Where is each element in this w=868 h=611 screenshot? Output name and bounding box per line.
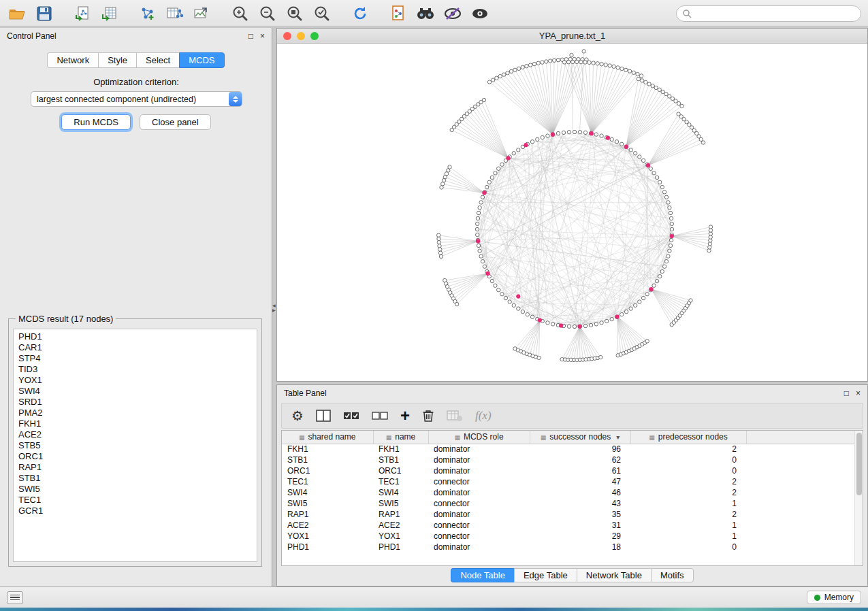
result-item[interactable]: RAP1 bbox=[18, 462, 257, 473]
float-panel-icon[interactable]: □ bbox=[248, 32, 253, 40]
zoom-selected-icon bbox=[313, 5, 331, 22]
fx-icon: f(x) bbox=[475, 409, 492, 423]
table-row[interactable]: RAP1RAP1dominator352 bbox=[282, 509, 863, 520]
table-header-row: ▦shared name▦name▦MCDS role▦successor no… bbox=[282, 431, 863, 444]
table-row[interactable]: TEC1TEC1connector472 bbox=[282, 476, 863, 487]
result-item[interactable]: CAR1 bbox=[18, 342, 257, 353]
add-column-button[interactable]: + bbox=[400, 407, 410, 425]
cell-MCDS-role: dominator bbox=[428, 542, 530, 552]
column-header-successor-nodes[interactable]: ▦successor nodes▾ bbox=[530, 431, 630, 444]
bottom-tab-network-table[interactable]: Network Table bbox=[577, 568, 651, 582]
run-mcds-button[interactable]: Run MCDS bbox=[61, 114, 131, 130]
network-graph[interactable] bbox=[277, 44, 867, 381]
result-item[interactable]: STP4 bbox=[18, 353, 257, 364]
scrollbar-thumb[interactable] bbox=[856, 433, 862, 495]
bottom-tab-node-table[interactable]: Node Table bbox=[451, 568, 514, 582]
table-row[interactable]: SWI4SWI4dominator462 bbox=[282, 487, 863, 498]
tab-network[interactable]: Network bbox=[47, 52, 98, 68]
result-item[interactable]: ORC1 bbox=[18, 451, 257, 462]
collapse-handle-icon[interactable]: ◀▶ bbox=[272, 303, 276, 313]
close-panel-icon[interactable]: × bbox=[260, 32, 265, 40]
zoom-fit-button[interactable] bbox=[285, 4, 305, 23]
table-row[interactable]: SWI5SWI5connector431 bbox=[282, 498, 863, 509]
import-network-button[interactable] bbox=[72, 4, 93, 23]
search-input[interactable] bbox=[695, 9, 855, 18]
close-panel-button[interactable]: Close panel bbox=[140, 114, 211, 130]
result-item[interactable]: PMA2 bbox=[18, 408, 257, 418]
new-network-button[interactable] bbox=[138, 4, 158, 23]
result-item[interactable]: TID3 bbox=[18, 364, 257, 375]
table-row[interactable]: FKH1FKH1dominator962 bbox=[282, 444, 863, 455]
result-item[interactable]: GCR1 bbox=[18, 506, 257, 516]
search-box[interactable] bbox=[676, 5, 861, 22]
memory-button[interactable]: Memory bbox=[807, 591, 861, 604]
optimization-criterion-label: Optimization criterion: bbox=[0, 77, 272, 87]
bottom-tab-edge-table[interactable]: Edge Table bbox=[514, 568, 577, 582]
network-titlebar[interactable]: YPA_prune.txt_1 bbox=[277, 29, 867, 44]
show-graphics-button[interactable] bbox=[470, 4, 490, 23]
save-button[interactable] bbox=[34, 4, 54, 23]
result-item[interactable]: TEC1 bbox=[18, 495, 257, 506]
column-label: shared name bbox=[308, 432, 355, 442]
criterion-select[interactable]: largest connected component (undirected) bbox=[31, 91, 242, 107]
cell-shared-name: STB1 bbox=[282, 455, 373, 465]
export-image-button[interactable] bbox=[192, 4, 212, 23]
bottom-tab-motifs[interactable]: Motifs bbox=[651, 568, 694, 582]
result-item[interactable]: SWI5 bbox=[18, 484, 257, 495]
tab-style[interactable]: Style bbox=[98, 52, 136, 68]
mcds-result-list[interactable]: PHD1CAR1STP4TID3YOX1SWI4SRD1PMA2FKH1ACE2… bbox=[13, 329, 257, 562]
import-table-button[interactable] bbox=[99, 4, 120, 23]
result-item[interactable]: ACE2 bbox=[18, 429, 257, 440]
zoom-in-button[interactable] bbox=[230, 4, 251, 23]
export-image-icon bbox=[193, 5, 211, 22]
table-row[interactable]: PHD1PHD1dominator180 bbox=[282, 542, 863, 552]
column-header-MCDS-role[interactable]: ▦MCDS role bbox=[428, 431, 530, 444]
cell-filler bbox=[746, 542, 863, 552]
filter-button[interactable] bbox=[443, 4, 463, 23]
zoom-selected-button[interactable] bbox=[312, 4, 332, 23]
result-item[interactable]: STB5 bbox=[18, 440, 257, 451]
unselect-all-button[interactable] bbox=[372, 407, 388, 425]
minimize-window-icon[interactable] bbox=[297, 32, 305, 40]
task-history-button[interactable] bbox=[7, 591, 23, 604]
cell-name: STB1 bbox=[373, 455, 428, 465]
zoom-out-button[interactable] bbox=[257, 4, 278, 23]
close-table-panel-icon[interactable]: × bbox=[856, 389, 861, 397]
select-all-button[interactable] bbox=[343, 407, 359, 425]
column-header-shared-name[interactable]: ▦shared name bbox=[282, 431, 373, 444]
memory-status-icon bbox=[814, 595, 820, 601]
network-canvas[interactable] bbox=[277, 44, 867, 381]
search-icon bbox=[682, 9, 692, 18]
zoom-fit-icon bbox=[286, 5, 304, 22]
cell-predecessor-nodes: 2 bbox=[630, 476, 746, 487]
maximize-window-icon[interactable] bbox=[310, 32, 319, 40]
show-columns-button[interactable] bbox=[316, 407, 331, 425]
column-type-icon: ▦ bbox=[386, 434, 392, 441]
result-item[interactable]: SWI4 bbox=[18, 386, 257, 397]
refresh-button[interactable] bbox=[350, 4, 370, 23]
table-scrollbar[interactable] bbox=[854, 431, 863, 565]
result-item[interactable]: STB1 bbox=[18, 473, 257, 484]
tab-mcds[interactable]: MCDS bbox=[179, 52, 224, 68]
table-row[interactable]: ORC1ORC1dominator610 bbox=[282, 465, 863, 476]
table-settings-button[interactable]: ⚙ bbox=[291, 407, 304, 425]
close-window-icon[interactable] bbox=[283, 32, 291, 40]
result-item[interactable]: FKH1 bbox=[18, 418, 257, 429]
column-header-predecessor-nodes[interactable]: ▦predecessor nodes bbox=[630, 431, 746, 444]
result-item[interactable]: YOX1 bbox=[18, 375, 257, 386]
copy-to-clipboard-button[interactable] bbox=[388, 4, 408, 23]
table-row[interactable]: YOX1YOX1connector291 bbox=[282, 531, 863, 542]
table-row[interactable]: STB1STB1dominator620 bbox=[282, 455, 863, 465]
open-button[interactable] bbox=[7, 4, 27, 23]
column-header-name[interactable]: ▦name bbox=[373, 431, 428, 444]
table-row[interactable]: ACE2ACE2connector311 bbox=[282, 520, 863, 531]
eye-icon bbox=[470, 6, 489, 21]
float-table-panel-icon[interactable]: □ bbox=[844, 389, 849, 397]
search-network-button[interactable] bbox=[415, 4, 436, 23]
column-type-icon: ▦ bbox=[541, 434, 547, 441]
tab-select[interactable]: Select bbox=[136, 52, 179, 68]
delete-column-button[interactable] bbox=[422, 407, 434, 425]
clone-network-button[interactable] bbox=[165, 4, 185, 23]
result-item[interactable]: SRD1 bbox=[18, 397, 257, 408]
result-item[interactable]: PHD1 bbox=[18, 331, 257, 342]
